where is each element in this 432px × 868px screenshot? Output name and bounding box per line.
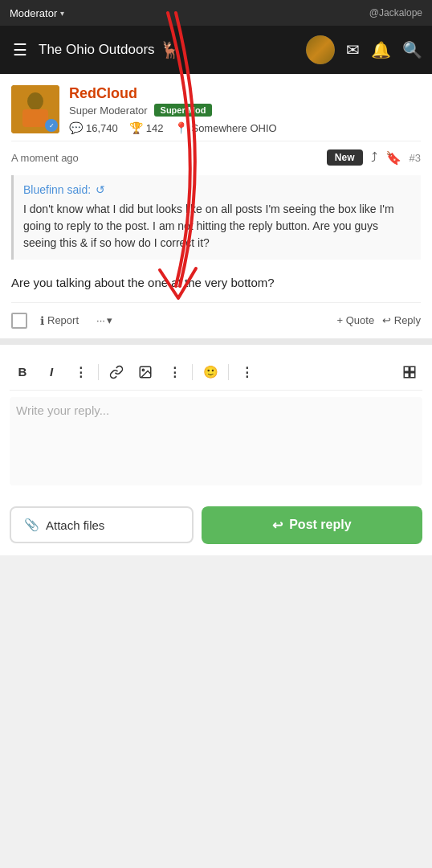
more-text-button[interactable]: ⋮: [67, 359, 93, 385]
emoji-button[interactable]: 🙂: [198, 359, 223, 385]
avatar-badge: ✓: [45, 119, 58, 132]
image-button[interactable]: [132, 359, 158, 385]
editor-toolbar: B I ⋮ ⋮ 🙂 ⋮: [10, 354, 422, 391]
svg-point-1: [27, 92, 43, 110]
user-info-row: ✓ RedCloud Super Moderator Super Mod 💬 1…: [11, 85, 421, 134]
bottom-actions: 📎 Attach files ↩ Post reply: [0, 495, 432, 555]
link-button[interactable]: [104, 359, 129, 385]
reply-label: ↩ Reply: [382, 314, 421, 326]
quote-label: + Quote: [337, 314, 375, 326]
share-icon[interactable]: ⤴: [371, 150, 377, 165]
toolbar-separator: [98, 364, 99, 380]
more-format-button[interactable]: ⋮: [161, 359, 187, 385]
post-reply-label: Post reply: [289, 518, 351, 532]
select-checkbox[interactable]: [11, 313, 27, 329]
post-meta-actions: New ⤴ 🔖 #3: [327, 149, 421, 166]
svg-rect-7: [404, 372, 409, 377]
hamburger-icon[interactable]: ☰: [10, 37, 31, 63]
italic-button[interactable]: I: [39, 359, 64, 385]
more-label: ···: [96, 314, 105, 326]
svg-rect-6: [410, 366, 415, 371]
user-role-text: Super Moderator: [69, 104, 148, 117]
section-divider: [0, 338, 432, 345]
quote-text: I don't know what I did but looks like o…: [23, 201, 411, 252]
search-icon[interactable]: 🔍: [402, 40, 422, 59]
svg-rect-8: [410, 372, 415, 377]
trophy-icon: 🏆: [129, 121, 143, 134]
report-label: Report: [47, 314, 79, 326]
quote-author-name: Bluefinn said:: [23, 183, 91, 196]
dropdown-arrow-icon: ▾: [60, 9, 64, 18]
site-title-area: The Ohio Outdoors 🦌: [39, 40, 298, 59]
post-time: A moment ago: [11, 152, 79, 164]
user-stats: 💬 16,740 🏆 142 📍 Somewhere OHIO: [69, 121, 421, 134]
more-actions-button[interactable]: ··· ▾: [92, 311, 117, 330]
paperclip-icon: 📎: [24, 518, 39, 532]
username-handle: @Jackalope: [369, 7, 422, 18]
user-role-row: Super Moderator Super Mod: [69, 104, 421, 117]
site-title: The Ohio Outdoors: [39, 42, 155, 58]
message-stat: 💬 16,740: [69, 121, 118, 134]
attach-files-button[interactable]: 📎 Attach files: [10, 506, 194, 543]
message-count: 16,740: [86, 122, 118, 134]
post-username[interactable]: RedCloud: [69, 85, 421, 102]
super-mod-badge: Super Mod: [154, 104, 213, 117]
avatar[interactable]: [306, 35, 335, 64]
quote-block: Bluefinn said: ↺ I don't know what I did…: [11, 175, 421, 260]
reply-button[interactable]: ↩ Reply: [382, 314, 421, 326]
quote-link-icon[interactable]: ↺: [96, 183, 105, 196]
location-stat: 📍 Somewhere OHIO: [174, 121, 276, 134]
new-badge: New: [327, 149, 363, 166]
status-bar-left: Moderator ▾: [10, 7, 64, 19]
avatar-image: [306, 35, 335, 64]
quote-button[interactable]: + Quote: [337, 314, 375, 326]
status-bar: Moderator ▾ @Jackalope: [0, 0, 432, 26]
post-avatar: ✓: [11, 85, 59, 133]
mail-icon[interactable]: ✉: [346, 40, 360, 59]
trophy-stat: 🏆 142: [129, 121, 164, 134]
nav-icons: ✉ 🔔 🔍: [306, 35, 422, 64]
deer-icon: 🦌: [160, 40, 180, 59]
bold-button[interactable]: B: [10, 359, 35, 385]
quote-author: Bluefinn said: ↺: [23, 183, 411, 196]
location-icon: 📍: [174, 121, 188, 134]
toolbar-separator-2: [192, 364, 193, 380]
chevron-down-icon: ▾: [107, 314, 112, 326]
toolbar-separator-3: [228, 364, 229, 380]
post-actions: ℹ Report ··· ▾ + Quote ↩ Reply: [11, 302, 421, 338]
trophy-count: 142: [146, 122, 164, 134]
bookmark-icon[interactable]: 🔖: [385, 150, 401, 166]
more-tools-button[interactable]: ⋮: [234, 359, 259, 385]
svg-rect-5: [404, 366, 409, 371]
user-details: RedCloud Super Moderator Super Mod 💬 16,…: [69, 85, 421, 134]
reply-arrow-icon: ↩: [272, 518, 283, 533]
reply-text-input[interactable]: Write your reply...: [10, 397, 422, 485]
attach-label: Attach files: [46, 518, 104, 532]
nav-header: ☰ The Ohio Outdoors 🦌 ✉ 🔔 🔍: [0, 26, 432, 74]
post-reply-button[interactable]: ↩ Post reply: [202, 506, 422, 544]
svg-point-4: [142, 369, 144, 371]
post-number: #3: [410, 152, 421, 164]
bell-icon[interactable]: 🔔: [371, 40, 391, 59]
post-content: Are you talking about the one at the ver…: [11, 268, 421, 302]
special-tools-button[interactable]: [397, 359, 422, 385]
report-button[interactable]: ℹ Report: [35, 311, 84, 330]
reply-editor: B I ⋮ ⋮ 🙂 ⋮ Write your reply...: [0, 345, 432, 495]
message-icon: 💬: [69, 121, 83, 134]
location-text: Somewhere OHIO: [191, 122, 276, 134]
post-container: ✓ RedCloud Super Moderator Super Mod 💬 1…: [0, 74, 432, 338]
moderator-label: Moderator: [10, 7, 57, 19]
report-icon: ℹ: [40, 314, 44, 327]
post-meta-row: A moment ago New ⤴ 🔖 #3: [11, 141, 421, 172]
